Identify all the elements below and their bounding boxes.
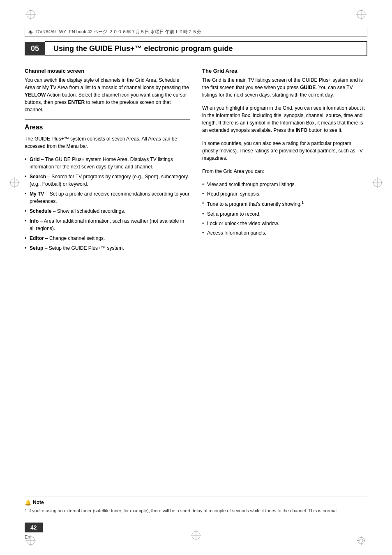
item-bold: Schedule	[30, 208, 51, 214]
list-item: Grid – The GUIDE Plus+ system Home Area.…	[25, 156, 190, 170]
list-item: Read program synopsis.	[202, 190, 367, 198]
file-info-bar: ◈ DVR645H_WY_EN.book 42 ページ ２００６年７月５日 水曜…	[25, 27, 367, 37]
grid-area-para3: In some countries, you can also see a ra…	[202, 140, 367, 162]
reg-mark-mid-right	[371, 177, 384, 190]
channel-mosaic-text: You can switch the display style of chan…	[25, 76, 190, 113]
from-grid-label: From the Grid Area you can:	[202, 168, 367, 175]
reg-mark-mid-left	[8, 177, 21, 190]
footnote-ref: 1	[302, 200, 304, 205]
item-bold: Editor	[30, 235, 44, 241]
item-bold: Grid	[30, 157, 40, 162]
grid-area-para1: The Grid is the main TV listings screen …	[202, 76, 367, 99]
item-bold: Setup	[30, 245, 43, 251]
list-item: Editor – Change channel settings.	[25, 235, 190, 242]
item-bold: My TV	[30, 191, 44, 197]
grid-area-list: View and scroll through program listings…	[202, 181, 367, 237]
item-bold: Search	[30, 174, 46, 180]
diamond-icon: ◈	[28, 28, 33, 35]
item-bold: Info	[30, 218, 39, 224]
channel-mosaic-heading: Channel mosaic screen	[25, 68, 190, 74]
areas-list: Grid – The GUIDE Plus+ system Home Area.…	[25, 156, 190, 252]
top-marks-row	[25, 8, 367, 21]
note-label: Note	[33, 500, 44, 505]
areas-heading: Areas	[25, 124, 190, 131]
list-item: My TV – Set up a profile and receive rec…	[25, 190, 190, 205]
note-section: 🔔 Note 1 If you're using an external tun…	[25, 497, 367, 514]
svg-point-19	[360, 539, 363, 542]
reg-mark-top-right	[355, 8, 367, 21]
grid-area-heading: The Grid Area	[202, 68, 367, 74]
list-item: Search – Search for TV programs by categ…	[25, 173, 190, 188]
list-item: Setup – Setup the GUIDE Plus+™ system.	[25, 244, 190, 252]
page-number: 42	[25, 523, 43, 532]
bottom-marks-row	[25, 534, 367, 547]
note-text: 1 If you're using an external tuner (sat…	[25, 507, 367, 514]
list-item: Set a program to record.	[202, 210, 367, 218]
reg-mark-bottom-left	[25, 534, 37, 547]
list-item: Access Information panels.	[202, 229, 367, 237]
reg-mark-top-left	[25, 8, 37, 21]
svg-point-18	[358, 537, 364, 544]
chapter-number: 05	[25, 42, 45, 55]
content-area: Channel mosaic screen You can switch the…	[25, 64, 367, 473]
section-divider	[25, 119, 190, 120]
list-item: View and scroll through program listings…	[202, 181, 367, 189]
list-item: Schedule – Show all scheduled recordings…	[25, 207, 190, 215]
channel-mosaic-section: Channel mosaic screen You can switch the…	[25, 68, 190, 113]
note-divider	[25, 497, 367, 497]
chapter-title: Using the GUIDE Plus+™ electronic progra…	[45, 41, 367, 56]
chapter-header: 05 Using the GUIDE Plus+™ electronic pro…	[25, 41, 367, 56]
right-column: The Grid Area The Grid is the main TV li…	[202, 64, 367, 473]
grid-area-para2: When you highlight a program in the Grid…	[202, 104, 367, 134]
left-column: Channel mosaic screen You can switch the…	[25, 64, 190, 473]
grid-area-section: The Grid Area The Grid is the main TV li…	[202, 68, 367, 237]
reg-mark-bottom-right	[355, 534, 367, 547]
list-item: Tune to a program that's currently showi…	[202, 200, 367, 208]
note-icon: 🔔	[25, 500, 31, 506]
areas-intro: The GUIDE Plus+™ system consists of seve…	[25, 135, 190, 150]
file-info-text: DVR645H_WY_EN.book 42 ページ ２００６年７月５日 水曜日 …	[36, 29, 201, 35]
list-item: Info – Area for additional information, …	[25, 217, 190, 232]
note-header: 🔔 Note	[25, 500, 367, 506]
page-container: ◈ DVR645H_WY_EN.book 42 ページ ２００６年７月５日 水曜…	[0, 0, 392, 555]
list-item: Lock or unlock the video window.	[202, 220, 367, 228]
areas-section: Areas The GUIDE Plus+™ system consists o…	[25, 124, 190, 252]
